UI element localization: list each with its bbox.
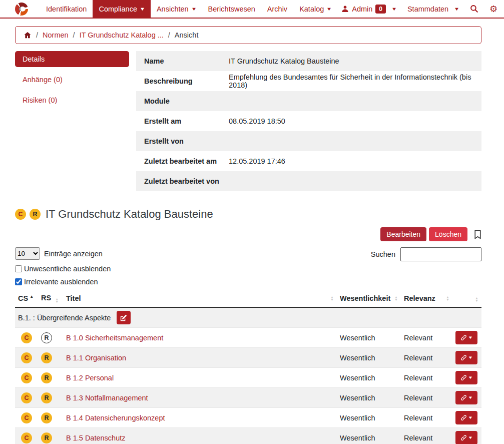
link-action-button[interactable]: ▼	[455, 331, 477, 344]
wesentlichkeit-value: Wesentlich	[340, 414, 375, 422]
row-title-link[interactable]: B 1.0 Sicherheitsmanagement	[66, 334, 163, 342]
row-title-link[interactable]: B 1.2 Personal	[66, 374, 114, 382]
column-header-wesentlichkeit[interactable]: Wesentlichkeit▲▼	[337, 290, 401, 307]
detail-value: 12.05.2019 17:46	[229, 157, 481, 165]
row-title-link[interactable]: B 1.1 Organisation	[66, 354, 126, 362]
detail-label: Zuletzt bearbeitet am	[136, 157, 229, 165]
row-title-link[interactable]: B 1.5 Datenschutz	[66, 434, 126, 442]
chevron-down-icon: ▼	[326, 7, 332, 12]
nav-item-label: Ansichten	[157, 5, 189, 13]
detail-row-bearbeitet-am: Zuletzt bearbeitet am 12.05.2019 17:46	[136, 151, 481, 171]
user-menu[interactable]: Admin 0 ▼	[337, 5, 400, 14]
rs-badge: R	[41, 352, 52, 363]
sort-icon: ▲▼	[475, 297, 478, 302]
top-navbar: Identifikation Compliance▼ Ansichten▼ Be…	[0, 0, 504, 19]
page-title: IT Grundschutz Katalog Bausteine	[46, 208, 213, 221]
details-sidebar: Details Anhänge (0) Risiken (0)	[15, 51, 129, 113]
detail-row-name: Name IT Grundschutz Katalog Bausteine	[136, 51, 481, 71]
group-edit-button[interactable]	[117, 311, 131, 324]
detail-row-module: Module	[136, 91, 481, 111]
badge-letter: C	[18, 211, 23, 218]
tab-risiken[interactable]: Risiken (0)	[15, 92, 129, 108]
chevron-down-icon: ▼	[468, 415, 473, 420]
wesentlichkeit-value: Wesentlich	[340, 354, 375, 362]
column-header-actions[interactable]: ▲▼	[452, 290, 481, 307]
nav-item-identifikation[interactable]: Identifikation	[40, 0, 93, 18]
column-header-label: Wesentlichkeit	[340, 294, 390, 302]
hide-irrelevante-label[interactable]: Irrelevante ausblenden	[24, 278, 98, 286]
detail-row-erstellt-von: Erstellt von	[136, 131, 481, 151]
nav-item-label: Compliance	[99, 5, 137, 13]
tab-details[interactable]: Details	[15, 51, 129, 67]
badge-letter: C	[24, 434, 29, 441]
breadcrumb-separator: /	[168, 31, 170, 39]
wesentlichkeit-value: Wesentlich	[340, 394, 375, 402]
link-icon	[460, 414, 467, 421]
nav-item-stammdaten[interactable]: Stammdaten ▼	[403, 5, 463, 13]
link-action-button[interactable]: ▼	[455, 371, 477, 384]
column-header-label: CS	[18, 294, 28, 302]
column-header-label: Relevanz	[404, 294, 435, 302]
breadcrumb-link-normen[interactable]: Normen	[43, 31, 69, 39]
table-row: C R B 1.3 Notfallmanagement Wesentlich R…	[15, 388, 481, 408]
detail-value: 08.05.2019 18:50	[229, 117, 481, 125]
settings-menu[interactable]: ⚙ ▼	[485, 4, 504, 15]
delete-button[interactable]: Löschen	[429, 227, 467, 241]
relevanz-value: Relevant	[404, 394, 432, 402]
hide-unwesentliche-checkbox[interactable]	[15, 265, 22, 272]
search-label: Suchen	[371, 250, 395, 258]
detail-label: Name	[136, 57, 229, 65]
hide-unwesentliche-label[interactable]: Unwesentliche ausblenden	[24, 265, 111, 273]
nav-item-label: Identifikation	[46, 5, 87, 13]
detail-label: Zuletzt bearbeitet von	[136, 177, 229, 185]
page-size-select[interactable]: 10	[15, 247, 40, 260]
column-header-cs[interactable]: CS▲	[15, 290, 38, 307]
badge-letter: C	[24, 334, 29, 341]
hide-irrelevante-checkbox[interactable]	[15, 278, 22, 285]
column-header-titel[interactable]: Titel▲▼	[63, 290, 337, 307]
link-icon	[460, 434, 467, 441]
edit-button[interactable]: Bearbeiten	[380, 227, 426, 241]
user-name: Admin	[352, 5, 372, 13]
search-button[interactable]	[466, 5, 482, 13]
rs-badge: R	[41, 392, 52, 403]
table-row: C R B 1.5 Datenschutz Wesentlich Relevan…	[15, 428, 481, 444]
cs-badge: C	[21, 412, 32, 423]
breadcrumb-link-katalog[interactable]: IT Grundschutz Katalog ...	[80, 31, 164, 39]
detail-row-erstellt-am: Erstellt am 08.05.2019 18:50	[136, 111, 481, 131]
badge-letter: R	[44, 434, 49, 441]
group-label: B.1. : Übergreifende Aspekte	[18, 314, 111, 322]
row-title-link[interactable]: B 1.3 Notfallmanagement	[66, 394, 148, 402]
bookmark-icon[interactable]	[474, 230, 481, 239]
badge-letter: C	[24, 354, 29, 361]
breadcrumb-separator: /	[36, 31, 38, 39]
chevron-down-icon: ▼	[191, 7, 197, 12]
app-logo-icon[interactable]	[15, 3, 28, 16]
nav-item-berichtswesen[interactable]: Berichtswesen	[202, 0, 261, 18]
table-row: C R B 1.0 Sicherheitsmanagement Wesentli…	[15, 328, 481, 348]
search-input[interactable]	[400, 247, 481, 261]
chevron-down-icon: ▼	[468, 435, 473, 440]
cs-badge: C	[21, 332, 32, 343]
relevanz-value: Relevant	[404, 354, 432, 362]
sort-icon: ▲▼	[394, 296, 398, 301]
detail-label: Erstellt am	[136, 117, 229, 125]
link-action-button[interactable]: ▼	[455, 431, 477, 444]
chevron-down-icon: ▼	[454, 7, 460, 12]
nav-item-archiv[interactable]: Archiv	[261, 0, 293, 18]
row-title-link[interactable]: B 1.4 Datensicherungskonzept	[66, 414, 165, 422]
link-action-button[interactable]: ▼	[455, 411, 477, 424]
column-header-relevanz[interactable]: Relevanz▲▼	[401, 290, 452, 307]
detail-label: Module	[136, 97, 229, 105]
link-icon	[460, 334, 467, 341]
risk-badge: R	[30, 209, 41, 220]
nav-item-compliance[interactable]: Compliance▼	[93, 0, 151, 18]
nav-item-ansichten[interactable]: Ansichten▼	[151, 0, 202, 18]
tab-anhaenge[interactable]: Anhänge (0)	[15, 72, 129, 88]
home-icon[interactable]	[24, 32, 32, 39]
chevron-down-icon: ▼	[468, 395, 473, 400]
nav-item-katalog[interactable]: Katalog▼	[293, 0, 337, 18]
link-action-button[interactable]: ▼	[455, 391, 477, 404]
link-action-button[interactable]: ▼	[455, 351, 477, 364]
column-header-rs[interactable]: RS▲▼	[38, 290, 63, 307]
